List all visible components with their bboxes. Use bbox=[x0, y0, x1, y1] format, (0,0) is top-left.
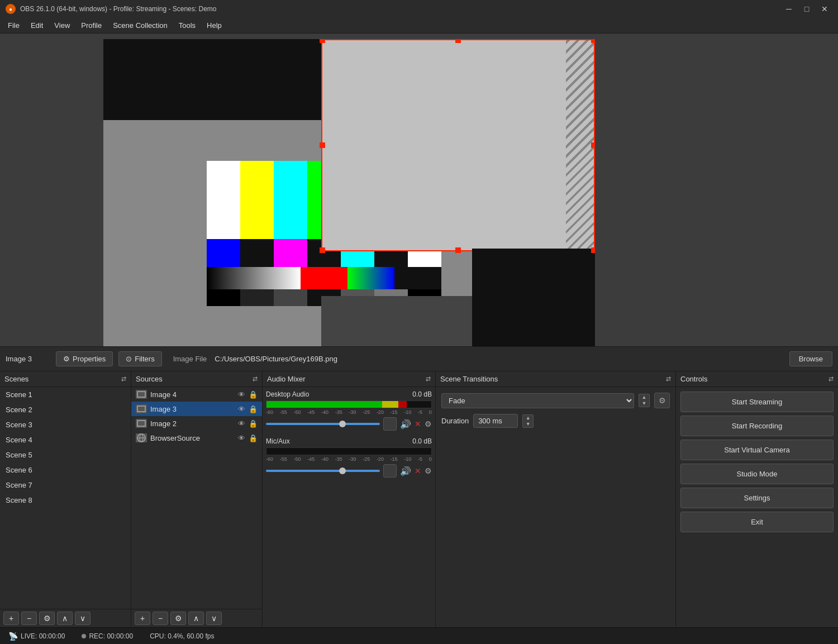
menu-view[interactable]: View bbox=[49, 19, 75, 32]
sources-panel-header: Sources ⇄ bbox=[131, 371, 262, 387]
svg-rect-1 bbox=[137, 406, 145, 412]
scene-item-6[interactable]: Scene 6 bbox=[0, 462, 131, 478]
desktop-mute-button[interactable]: 🔊 bbox=[400, 419, 411, 430]
eye-icon[interactable]: 👁 bbox=[238, 405, 245, 413]
audio-mixer-header: Audio Mixer ⇄ bbox=[263, 371, 435, 387]
preview-canvas[interactable] bbox=[103, 39, 595, 346]
exit-button[interactable]: Exit bbox=[680, 512, 834, 532]
source-item-image-4[interactable]: Image 4👁🔒 bbox=[131, 387, 262, 402]
audio-mixer-panel: Audio Mixer ⇄ Desktop Audio 0.0 dB -60 -… bbox=[263, 371, 436, 627]
image-file-label: Image File bbox=[173, 355, 207, 363]
source-item-image-3[interactable]: Image 3👁🔒 bbox=[131, 402, 262, 416]
source-add-button[interactable]: + bbox=[135, 612, 150, 625]
source-item-browsersource[interactable]: BrowserSource👁🔒 bbox=[131, 431, 262, 445]
start-virtual-camera-button[interactable]: Start Virtual Camera bbox=[680, 440, 834, 460]
source-up-button[interactable]: ∧ bbox=[188, 612, 204, 625]
close-button[interactable]: ✕ bbox=[817, 3, 832, 15]
audio-content: Desktop Audio 0.0 dB -60 -55 -50 -45 -40… bbox=[263, 387, 435, 627]
menu-tools[interactable]: Tools bbox=[173, 19, 201, 32]
lock-icon[interactable]: 🔒 bbox=[249, 390, 258, 399]
start-streaming-button[interactable]: Start Streaming bbox=[680, 392, 834, 412]
status-bar: 📡 LIVE: 00:00:00 REC: 00:00:00 CPU: 0.4%… bbox=[0, 627, 838, 644]
studio-mode-button[interactable]: Studio Mode bbox=[680, 464, 834, 484]
desktop-mute-x[interactable]: ✕ bbox=[415, 419, 421, 428]
scene-item-7[interactable]: Scene 7 bbox=[0, 478, 131, 493]
transitions-panel-icon[interactable]: ⇄ bbox=[666, 375, 671, 383]
lock-icon[interactable]: 🔒 bbox=[249, 419, 258, 428]
scene-item-8[interactable]: Scene 8 bbox=[0, 493, 131, 508]
scene-remove-button[interactable]: − bbox=[21, 612, 37, 625]
scene-transitions-panel: Scene Transitions ⇄ Fade Cut Swipe Slide… bbox=[436, 371, 676, 627]
bar-white bbox=[207, 161, 240, 239]
duration-row: Duration ▲ ▼ bbox=[441, 414, 670, 428]
mic-mute-button[interactable]: 🔊 bbox=[400, 466, 411, 476]
source-info-bar: Image 3 ⚙ Properties ⊙ Filters Image Fil… bbox=[0, 346, 838, 371]
scene-up-button[interactable]: ∧ bbox=[57, 612, 73, 625]
source-down-button[interactable]: ∨ bbox=[206, 612, 222, 625]
properties-button[interactable]: ⚙ Properties bbox=[56, 351, 113, 366]
duration-label: Duration bbox=[441, 417, 469, 425]
transition-type-select[interactable]: Fade Cut Swipe Slide Stinger Luma Wipe bbox=[441, 393, 634, 408]
scene-item-1[interactable]: Scene 1 bbox=[0, 387, 131, 402]
source-settings-button[interactable]: ⚙ bbox=[170, 612, 186, 625]
transitions-panel-header: Scene Transitions ⇄ bbox=[436, 371, 675, 387]
duration-input[interactable] bbox=[473, 414, 518, 428]
handle-ml bbox=[320, 142, 325, 148]
eye-icon[interactable]: 👁 bbox=[238, 390, 245, 399]
controls-panel-icon[interactable]: ⇄ bbox=[829, 375, 834, 383]
sources-toolbar: + − ⚙ ∧ ∨ bbox=[131, 609, 262, 627]
transition-gear-button[interactable]: ⚙ bbox=[654, 393, 670, 408]
sources-panel-icon[interactable]: ⇄ bbox=[253, 375, 258, 383]
eye-icon[interactable]: 👁 bbox=[238, 419, 245, 428]
scene-item-3[interactable]: Scene 3 bbox=[0, 417, 131, 432]
gs2 bbox=[240, 289, 274, 306]
source-remove-button[interactable]: − bbox=[153, 612, 168, 625]
source-name: Image 2 bbox=[150, 419, 177, 428]
eye-icon[interactable]: 👁 bbox=[238, 434, 245, 442]
svg-rect-2 bbox=[137, 421, 145, 426]
browse-button[interactable]: Browse bbox=[789, 351, 832, 366]
lock-icon[interactable]: 🔒 bbox=[249, 405, 258, 413]
scene-add-button[interactable]: + bbox=[3, 612, 19, 625]
mic-volume-slider[interactable] bbox=[266, 470, 380, 472]
menu-help[interactable]: Help bbox=[201, 19, 227, 32]
scene-settings-button[interactable]: ⚙ bbox=[39, 612, 55, 625]
transition-spin-button[interactable]: ▲ ▼ bbox=[639, 394, 650, 407]
settings-button[interactable]: Settings bbox=[680, 488, 834, 508]
broadcast-icon: 📡 bbox=[8, 632, 18, 641]
scenes-panel-icon[interactable]: ⇄ bbox=[121, 375, 126, 383]
desktop-meter-green bbox=[266, 401, 382, 408]
source-visibility-controls: 👁🔒 bbox=[238, 390, 258, 399]
duration-spin-button[interactable]: ▲ ▼ bbox=[522, 414, 534, 428]
gs3 bbox=[274, 289, 307, 306]
mic-audio-settings[interactable]: ⚙ bbox=[425, 466, 432, 475]
scene-down-button[interactable]: ∨ bbox=[75, 612, 91, 625]
scene-item-4[interactable]: Scene 4 bbox=[0, 432, 131, 447]
handle-bl bbox=[320, 247, 325, 253]
scene-item-2[interactable]: Scene 2 bbox=[0, 402, 131, 417]
source-grey-image[interactable] bbox=[321, 39, 595, 251]
menu-edit[interactable]: Edit bbox=[25, 19, 49, 32]
source-icon bbox=[136, 404, 147, 413]
mic-aux-controls: 🔊 ✕ ⚙ bbox=[266, 464, 432, 478]
duration-spin-up-icon: ▲ bbox=[525, 415, 531, 421]
minimize-button[interactable]: ─ bbox=[781, 3, 797, 15]
source-icon bbox=[136, 433, 147, 442]
audio-mixer-icon[interactable]: ⇄ bbox=[426, 375, 431, 383]
menu-file[interactable]: File bbox=[2, 19, 25, 32]
transition-gear-icon: ⚙ bbox=[659, 396, 666, 405]
menu-profile[interactable]: Profile bbox=[75, 19, 107, 32]
lock-icon[interactable]: 🔒 bbox=[249, 434, 258, 442]
start-recording-button[interactable]: Start Recording bbox=[680, 416, 834, 436]
menu-scene-collection[interactable]: Scene Collection bbox=[107, 19, 173, 32]
scene-item-5[interactable]: Scene 5 bbox=[0, 447, 131, 462]
desktop-audio-settings[interactable]: ⚙ bbox=[425, 419, 432, 428]
mic-mute-x[interactable]: ✕ bbox=[415, 466, 421, 475]
controls-panel: Controls ⇄ Start Streaming Start Recordi… bbox=[676, 371, 838, 627]
desktop-volume-slider[interactable] bbox=[266, 423, 380, 425]
filters-button[interactable]: ⊙ Filters bbox=[118, 351, 161, 366]
source-item-image-2[interactable]: Image 2👁🔒 bbox=[131, 416, 262, 431]
source-visibility-controls: 👁🔒 bbox=[238, 405, 258, 413]
maximize-button[interactable]: □ bbox=[799, 3, 815, 15]
title-bar: ● OBS 26.1.0 (64-bit, windows) - Profile… bbox=[0, 0, 838, 18]
